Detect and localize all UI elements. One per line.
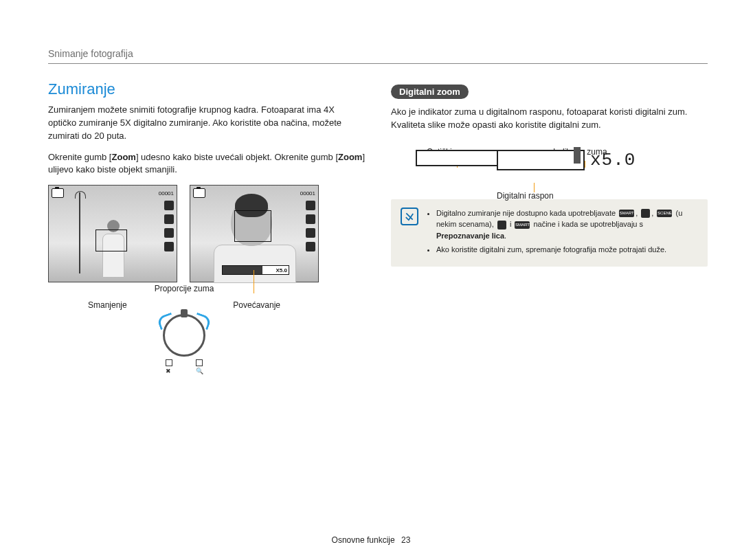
zoom-range-diagram: Optički raspon Indikator zuma x5.0 Digit… xyxy=(416,148,649,170)
zoom-ratio-label: Proporcije zuma xyxy=(48,284,320,293)
osd-icon xyxy=(306,201,315,210)
section-heading-zoom: Zumiranje xyxy=(48,80,365,98)
osd-icon xyxy=(306,242,315,251)
osd-icon xyxy=(164,228,174,238)
osd-icon-column xyxy=(164,201,174,251)
streetlamp-illustration xyxy=(79,192,80,273)
text: načine i kada se upotrebljavaju s xyxy=(533,220,643,228)
text: Digitalno zumiranje nije dostupno kada u… xyxy=(436,209,618,217)
note-item-2: Ako koristite digitalni zum, spremanje f… xyxy=(436,244,698,256)
text: Proporcije zuma xyxy=(155,284,214,293)
digital-range-bar xyxy=(497,150,585,170)
note-icon xyxy=(401,208,418,225)
digital-zoom-paragraph: Ako je indikator zuma u digitalnom raspo… xyxy=(391,106,708,132)
footer-section-name: Osnovne funkcije xyxy=(332,535,395,545)
osd-icon xyxy=(306,228,315,238)
zoom-indicator-marker xyxy=(574,147,581,164)
focus-frame xyxy=(95,229,127,251)
movie-mode-icon xyxy=(497,221,506,229)
zoom-scale-value: X5.0 xyxy=(276,267,287,273)
osd-icon xyxy=(306,214,315,224)
text: . xyxy=(504,232,506,240)
screenshot-zoomed: 00001 X5.0 xyxy=(190,185,319,282)
frame-counter: 00001 xyxy=(159,190,174,197)
decrease-label: Smanjenje xyxy=(88,300,127,310)
smart-movie-mode-icon: SMART xyxy=(515,221,530,229)
zoom-instruction-paragraph: Okrenite gumb [Zoom] udesno kako biste u… xyxy=(48,151,365,177)
osd-icon-column xyxy=(306,201,315,251)
zoom-dial-illustration xyxy=(163,314,205,357)
camera-mode-icon xyxy=(52,188,64,198)
camera-mode-icon xyxy=(193,188,205,198)
dial-labels: Smanjenje Povećavanje xyxy=(88,300,280,310)
callout-line xyxy=(254,270,254,293)
page-footer: Osnovne funkcije 23 xyxy=(0,535,742,545)
text: Okrenite gumb [ xyxy=(48,152,112,162)
osd-icon xyxy=(164,242,174,251)
focus-frame xyxy=(234,210,271,242)
zoom-scale-bar: X5.0 xyxy=(222,265,289,275)
thumbnail-icon xyxy=(166,359,172,366)
stabilization-mode-icon xyxy=(641,209,650,218)
page-number: 23 xyxy=(401,535,410,545)
smart-mode-icon: SMART xyxy=(619,210,634,217)
screenshot-wide: 00001 xyxy=(48,185,177,282)
note-item-1: Digitalno zumiranje nije dostupno kada u… xyxy=(436,208,698,242)
breadcrumb: Snimanje fotografija xyxy=(48,48,708,64)
zoom-intro-paragraph: Zumiranjem možete snimiti fotografije kr… xyxy=(48,104,365,143)
increase-label: Povećavanje xyxy=(233,300,280,310)
digital-zoom-pill: Digitalni zoom xyxy=(391,85,469,99)
osd-icon xyxy=(164,201,174,210)
note-box: Digitalno zumiranje nije dostupno kada u… xyxy=(391,199,708,267)
zoom-button-ref: Zoom xyxy=(112,152,136,162)
right-column: Digitalni zoom Ako je indikator zuma u d… xyxy=(391,80,708,374)
face-recognition-term: Prepoznavanje lica xyxy=(436,232,504,240)
zoom-button-ref: Zoom xyxy=(338,152,362,162)
example-screenshots: 00001 00001 xyxy=(48,185,365,282)
dial-underside-icons: ✖ 🔍 xyxy=(48,359,320,374)
osd-icon xyxy=(164,214,174,224)
frame-counter: 00001 xyxy=(300,190,315,197)
arrow-left-icon xyxy=(156,313,175,331)
left-column: Zumiranje Zumiranjem možete snimiti foto… xyxy=(48,80,365,374)
arrow-right-icon xyxy=(192,313,212,331)
text: i xyxy=(510,220,514,228)
scene-mode-icon: SCENE xyxy=(657,210,672,217)
text: ] udesno kako biste uvećali objekt. Okre… xyxy=(136,152,338,162)
digital-range-label: Digitalni raspon xyxy=(497,191,554,201)
zoom-in-icon xyxy=(196,359,203,366)
